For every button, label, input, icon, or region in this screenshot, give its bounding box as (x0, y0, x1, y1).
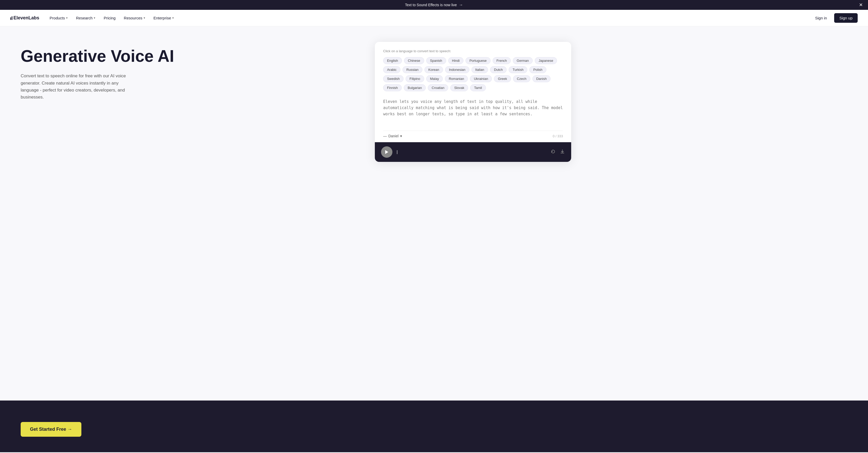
hero-left: Generative Voice AI Convert text to spee… (0, 26, 365, 452)
lang-tag-italian[interactable]: Italian (471, 66, 488, 73)
lang-prompt: Click on a language to convert text to s… (383, 49, 563, 53)
lang-tag-dutch[interactable]: Dutch (490, 66, 506, 73)
research-chevron-icon: ▾ (94, 16, 95, 20)
demo-card: Click on a language to convert text to s… (375, 42, 571, 162)
play-icon (385, 150, 389, 154)
logo-bar-2 (11, 16, 12, 20)
demo-footer: — Daniel ▾ 0 / 333 (383, 131, 563, 142)
nav-enterprise[interactable]: Enterprise ▾ (153, 14, 174, 22)
lang-tag-polish[interactable]: Polish (529, 66, 546, 73)
hero-subtitle: Convert text to speech online for free w… (21, 73, 129, 101)
lang-tag-russian[interactable]: Russian (402, 66, 423, 73)
voice-chevron-icon: ▾ (400, 134, 402, 138)
lang-tag-slovak[interactable]: Slovak (450, 84, 468, 91)
lang-tag-chinese[interactable]: Chinese (404, 57, 424, 64)
refresh-button[interactable] (551, 149, 556, 155)
banner-arrow: → (459, 3, 463, 7)
resources-chevron-icon: ▾ (144, 16, 145, 20)
lang-tag-turkish[interactable]: Turkish (509, 66, 527, 73)
hero-title: Generative Voice AI (21, 47, 349, 65)
download-icon (560, 149, 565, 154)
lang-tag-japanese[interactable]: Japanese (535, 57, 557, 64)
nav-products[interactable]: Products ▾ (50, 14, 68, 22)
logo-icon (10, 16, 12, 20)
get-started-button[interactable]: Get Started Free → (21, 422, 82, 437)
voice-selector[interactable]: — Daniel ▾ (383, 134, 402, 138)
demo-card-inner: Click on a language to convert text to s… (375, 42, 571, 142)
download-button[interactable] (560, 149, 565, 155)
voice-dash: — (383, 134, 387, 138)
lang-tag-french[interactable]: French (493, 57, 511, 64)
lang-tag-finnish[interactable]: Finnish (383, 84, 402, 91)
nav-resources[interactable]: Resources ▾ (124, 14, 145, 22)
lang-tag-danish[interactable]: Danish (532, 75, 551, 82)
banner-text: Text to Sound Effects is now live (405, 3, 457, 7)
lang-tag-filipino[interactable]: Filipino (406, 75, 424, 82)
language-tags: EnglishChineseSpanishHindiPortugueseFren… (383, 57, 563, 91)
logo[interactable]: ElevenLabs (10, 15, 39, 21)
lang-tag-portuguese[interactable]: Portuguese (466, 57, 491, 64)
waveform: | (397, 150, 547, 154)
logo-text: ElevenLabs (13, 15, 39, 21)
text-input[interactable] (383, 96, 563, 128)
char-count: 0 / 333 (553, 134, 563, 138)
lang-tag-czech[interactable]: Czech (513, 75, 530, 82)
lang-tag-hindi[interactable]: Hindi (448, 57, 464, 64)
enterprise-chevron-icon: ▾ (172, 16, 174, 20)
lang-tag-malay[interactable]: Malay (426, 75, 443, 82)
nav-links: Products ▾ Research ▾ Pricing Resources … (50, 14, 802, 22)
lang-tag-croatian[interactable]: Croatian (428, 84, 448, 91)
cta-wrapper: Get Started Free → (21, 422, 349, 452)
products-chevron-icon: ▾ (66, 16, 68, 20)
lang-tag-english[interactable]: English (383, 57, 402, 64)
lang-tag-tamil[interactable]: Tamil (470, 84, 486, 91)
logo-bar-1 (10, 17, 11, 20)
lang-tag-german[interactable]: German (513, 57, 533, 64)
player-bar: | (375, 142, 571, 162)
lang-tag-bulgarian[interactable]: Bulgarian (404, 84, 426, 91)
sign-in-button[interactable]: Sign in (812, 14, 830, 22)
top-banner: Text to Sound Effects is now live → ✕ (0, 0, 868, 10)
navbar: ElevenLabs Products ▾ Research ▾ Pricing… (0, 10, 868, 26)
play-button[interactable] (381, 146, 393, 158)
lang-tag-ukrainian[interactable]: Ukrainian (470, 75, 492, 82)
voice-name: Daniel (388, 134, 399, 138)
hero-section: Generative Voice AI Convert text to spee… (0, 26, 868, 452)
nav-research[interactable]: Research ▾ (76, 14, 95, 22)
nav-pricing[interactable]: Pricing (103, 14, 116, 22)
nav-right: Sign in Sign up (812, 13, 858, 23)
lang-tag-korean[interactable]: Korean (425, 66, 443, 73)
lang-tag-greek[interactable]: Greek (494, 75, 511, 82)
player-actions (551, 149, 565, 155)
banner-close-button[interactable]: ✕ (859, 3, 863, 7)
lang-tag-romanian[interactable]: Romanian (445, 75, 468, 82)
hero-right: Click on a language to convert text to s… (365, 26, 868, 452)
refresh-icon (551, 149, 556, 154)
lang-tag-indonesian[interactable]: Indonesian (445, 66, 469, 73)
lang-tag-spanish[interactable]: Spanish (426, 57, 446, 64)
lang-tag-swedish[interactable]: Swedish (383, 75, 404, 82)
lang-tag-arabic[interactable]: Arabic (383, 66, 400, 73)
sign-up-button[interactable]: Sign up (834, 13, 858, 23)
